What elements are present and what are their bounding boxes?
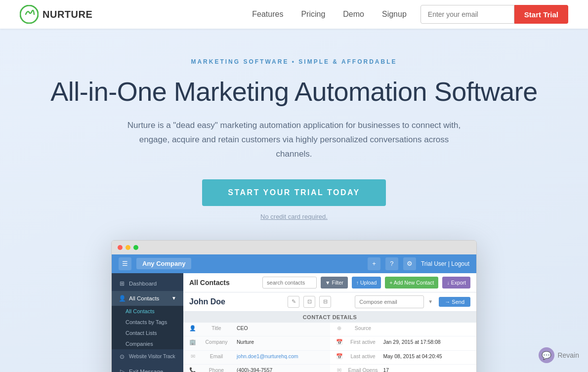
hero-cta-button[interactable]: START YOUR TRIAL TODAY xyxy=(202,179,385,206)
detail-source: ⊕ Source xyxy=(330,323,477,336)
settings-icon: ⚙ xyxy=(403,257,416,270)
sidebar-label-visitor: Website Visitor Track xyxy=(129,354,175,359)
app-topbar: ☰ Any Company + ? ⚙ Trial User | Logout xyxy=(112,254,476,273)
filter-icon: ▼ xyxy=(325,280,330,286)
visitor-icon: ⊙ xyxy=(119,353,126,360)
send-button: → Send xyxy=(439,297,470,307)
nav-link-signup[interactable]: Signup xyxy=(382,10,407,19)
export-button: ↓ Export xyxy=(442,277,470,289)
sidebar-subitem-contacts-by-tags: Contacts by Tags xyxy=(126,317,183,328)
phone-icon: 📞 xyxy=(189,367,196,372)
company-name: Any Company xyxy=(136,258,191,269)
sidebar-label-dashboard: Dashboard xyxy=(129,281,157,287)
first-active-icon: 📅 xyxy=(336,339,343,345)
svg-point-0 xyxy=(20,5,38,23)
detail-phone: 📞 Phone (400)-394-7557 xyxy=(183,365,330,372)
help-icon: ? xyxy=(385,257,398,270)
watermark: 💬 Revain xyxy=(539,347,579,363)
nav-link-features[interactable]: Features xyxy=(252,10,283,19)
browser-close-dot xyxy=(118,245,123,250)
contacts-search[interactable] xyxy=(262,277,317,289)
no-credit-card-text: No credit card required. xyxy=(10,213,578,220)
detail-email-opens: ✉ Email Opens 17 xyxy=(330,365,477,372)
user-text: Trial User | Logout xyxy=(421,260,469,267)
source-icon: ⊕ xyxy=(336,325,343,331)
browser-maximize-dot xyxy=(133,245,138,250)
detail-last-active: 📅 Last active May 08, 2015 at 04:20:45 xyxy=(330,351,477,365)
sidebar-label-contacts: All Contacts xyxy=(129,295,159,301)
feed-contact-icon: ⊟ xyxy=(319,296,331,308)
sidebar-item-exit-message: ▷ Exit Message xyxy=(112,364,183,372)
add-icon: + xyxy=(368,257,380,270)
logo-icon xyxy=(20,5,39,24)
detail-email: ✉ Email john.doe1@nurturehq.com xyxy=(183,351,330,365)
sidebar-item-all-contacts: 👤 All Contacts ▼ xyxy=(112,291,183,306)
last-active-icon: 📅 xyxy=(336,353,343,360)
app-sidebar: ⊞ Dashboard 👤 All Contacts ▼ All Contact… xyxy=(112,273,183,372)
title-icon: 👤 xyxy=(189,325,196,331)
compose-email-input[interactable] xyxy=(355,295,424,308)
filter-button: ▼ Filter xyxy=(321,277,348,289)
sidebar-label-exit: Exit Message xyxy=(129,369,163,372)
share-contact-icon: ⊡ xyxy=(303,296,315,308)
app-container: ☰ Any Company + ? ⚙ Trial User | Logout … xyxy=(112,254,476,372)
contacts-expand-icon: ▼ xyxy=(171,295,176,301)
watermark-icon: 💬 xyxy=(539,347,554,363)
email-icon: ✉ xyxy=(189,353,196,360)
contact-details-header: CONTACT DETAILS xyxy=(183,312,476,323)
email-opens-icon: ✉ xyxy=(336,367,343,372)
contact-name: John Doe xyxy=(189,297,225,306)
hero-title: All-in-One Marketing Automation Software xyxy=(10,76,578,107)
detail-title: 👤 Title CEO xyxy=(183,323,330,336)
sidebar-subitem-companies: Companies xyxy=(126,338,183,349)
app-main: All Contacts ▼ Filter ↑ Upload + Add New… xyxy=(183,273,476,372)
navbar: NURTURE Features Pricing Demo Signup Sta… xyxy=(0,0,588,29)
nav-link-pricing[interactable]: Pricing xyxy=(301,10,325,19)
sidebar-item-visitor-track: ⊙ Website Visitor Track xyxy=(112,349,183,364)
menu-icon: ☰ xyxy=(119,257,131,270)
hero-tagline: MARKETING SOFTWARE • SIMPLE & AFFORDABLE xyxy=(10,58,578,65)
add-contact-button: + Add New Contact xyxy=(385,277,438,289)
company-icon: 🏢 xyxy=(189,339,196,345)
dashboard-icon: ⊞ xyxy=(119,280,126,287)
sidebar-subitem-contact-lists: Contact Lists xyxy=(126,328,183,338)
contacts-title: All Contacts xyxy=(189,279,230,287)
hero-section: MARKETING SOFTWARE • SIMPLE & AFFORDABLE… xyxy=(0,29,588,372)
detail-first-active: 📅 First active Jan 29, 2015 at 17:58:08 xyxy=(330,336,477,350)
logo-text: NURTURE xyxy=(42,9,92,20)
edit-contact-icon: ✎ xyxy=(288,296,299,308)
sidebar-subitem-all-contacts: All Contacts xyxy=(126,306,183,317)
browser-minimize-dot xyxy=(126,245,130,250)
app-screenshot: ☰ Any Company + ? ⚙ Trial User | Logout … xyxy=(111,240,477,372)
email-input[interactable] xyxy=(420,5,514,24)
nav-cta-button[interactable]: Start Trial xyxy=(514,5,568,24)
sidebar-sub-contacts: All Contacts Contacts by Tags Contact Li… xyxy=(112,306,183,349)
contact-name-bar: John Doe ✎ ⊡ ⊟ ▼ → Send xyxy=(183,292,476,312)
app-body: ⊞ Dashboard 👤 All Contacts ▼ All Contact… xyxy=(112,273,476,372)
contacts-icon: 👤 xyxy=(119,295,126,302)
logo: NURTURE xyxy=(20,5,92,24)
contact-details-grid: 👤 Title CEO ⊕ Source 🏢 Company Nu xyxy=(183,323,476,372)
nav-link-demo[interactable]: Demo xyxy=(343,10,364,19)
browser-chrome xyxy=(112,241,476,254)
upload-button: ↑ Upload xyxy=(352,277,381,289)
contacts-header: All Contacts ▼ Filter ↑ Upload + Add New… xyxy=(183,273,476,292)
nav-links: Features Pricing Demo Signup xyxy=(252,10,407,19)
hero-description: Nurture is a "dead easy" marketing autom… xyxy=(126,119,462,162)
exit-icon: ▷ xyxy=(119,368,126,372)
detail-company: 🏢 Company Nurture xyxy=(183,336,330,350)
email-dropdown-icon: ▼ xyxy=(428,299,433,304)
sidebar-item-dashboard: ⊞ Dashboard xyxy=(112,276,183,291)
watermark-text: Revain xyxy=(557,351,579,359)
